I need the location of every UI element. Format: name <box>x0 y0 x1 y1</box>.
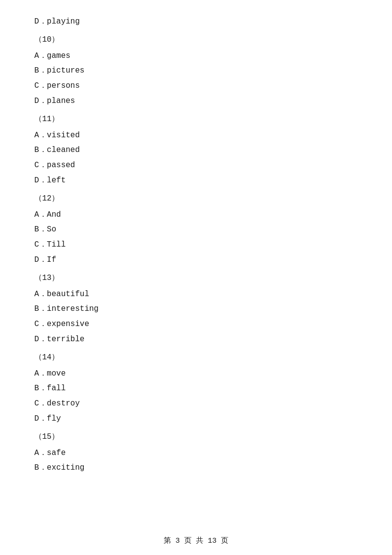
footer-text: 第 3 页 共 13 页 <box>164 537 228 545</box>
option-item: A．visited <box>34 128 358 143</box>
option-item: A．move <box>34 367 358 381</box>
option-item: C．passed <box>34 158 358 173</box>
option-item: B．So <box>34 223 358 237</box>
option-item: B．pictures <box>34 64 358 78</box>
option-item: C．expensive <box>34 317 358 331</box>
option-item: D．playing <box>34 15 358 29</box>
question-number: （12） <box>34 192 358 206</box>
question-number: （15） <box>34 430 358 444</box>
option-item: D．planes <box>34 94 358 108</box>
option-item: A．And <box>34 208 358 222</box>
option-item: B．interesting <box>34 302 358 316</box>
question-number: （11） <box>34 112 358 126</box>
option-item: B．exciting <box>34 461 358 475</box>
option-item: C．Till <box>34 238 358 252</box>
page-content: D．playing（10）A．gamesB．picturesC．personsD… <box>0 0 392 505</box>
question-number: （10） <box>34 33 358 47</box>
option-item: C．destroy <box>34 397 358 411</box>
question-number: （13） <box>34 271 358 285</box>
option-item: C．persons <box>34 79 358 93</box>
option-item: A．games <box>34 49 358 63</box>
option-item: A．beautiful <box>34 287 358 302</box>
page-footer: 第 3 页 共 13 页 <box>0 536 392 545</box>
option-item: D．terrible <box>34 332 358 347</box>
option-item: B．fall <box>34 381 358 396</box>
option-item: A．safe <box>34 446 358 460</box>
option-item: D．left <box>34 174 358 188</box>
option-item: D．If <box>34 253 358 267</box>
question-number: （14） <box>34 351 358 365</box>
option-item: D．fly <box>34 412 358 426</box>
option-item: B．cleaned <box>34 143 358 157</box>
